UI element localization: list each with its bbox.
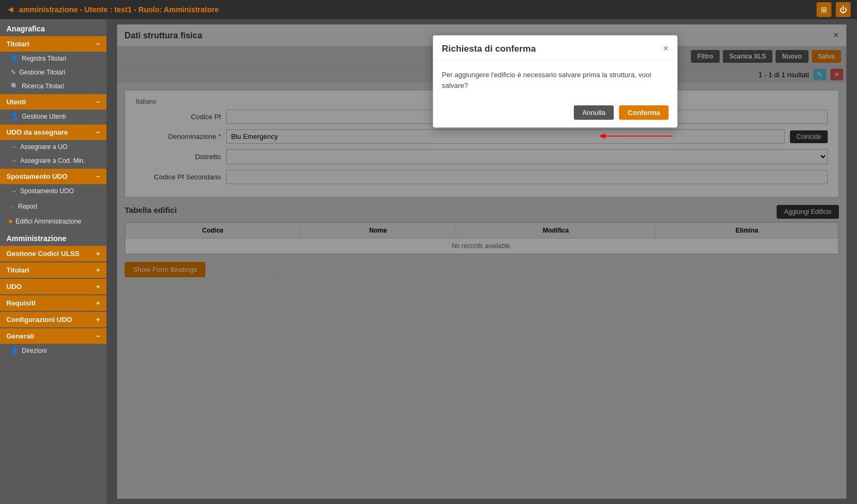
sidebar-group-generali: Generali − 👤 Direzioni: [0, 328, 106, 358]
sidebar-item-label: Registra Titolari: [22, 55, 66, 62]
topbar-icons: ⊞ ⏻: [817, 2, 851, 17]
sidebar-group-label: Titolari: [6, 266, 29, 274]
sidebar-group-titolari2: Titolari +: [0, 262, 106, 278]
confirm-dialog-body: Per aggiungere l'edificio è necessario s…: [433, 60, 677, 100]
sidebar-item-gestione-utenti[interactable]: 👤 Gestione Utenti: [0, 110, 106, 123]
sidebar-item-label: Assegnare a Cod. Min.: [20, 157, 85, 164]
sidebar-group-config-udo: Configurazioni UDO +: [0, 312, 106, 327]
sidebar-item-spostamento-udo[interactable]: → Spostamento UDO: [0, 184, 106, 198]
sidebar-item-gestione-titolari[interactable]: ✎ Gestione Titolari: [0, 65, 106, 79]
confirm-dialog: Richiesta di conferma × Per aggiungere l…: [433, 35, 678, 128]
sidebar-group-header-titolari[interactable]: Titolari −: [0, 36, 106, 52]
topbar: ◄ amministrazione - Utente : test1 - Ruo…: [0, 0, 857, 19]
sidebar-section-amministrazione: Amministrazione: [0, 229, 106, 246]
sidebar-group-header-utenti[interactable]: Utenti −: [0, 94, 106, 110]
sidebar-item-assegnare-cod[interactable]: → Assegnare a Cod. Min.: [0, 154, 106, 168]
person-icon: 👤: [11, 55, 19, 62]
sidebar-group-sign: −: [96, 332, 100, 340]
sidebar-group-label-spostamento: Spostamento UDO: [6, 172, 68, 180]
sidebar-link-label: Report: [18, 203, 37, 210]
sidebar-link-edifici[interactable]: ■ Edifici Amministrazione: [0, 214, 106, 229]
main-content: Dati struttura fisica × Filtro Scarica X…: [106, 19, 857, 504]
sidebar-section-anagrafica: Anagrafica: [0, 19, 106, 36]
sidebar-item-registra-titolari[interactable]: 👤 Registra Titolari: [0, 52, 106, 65]
sidebar-group-header-gestione-codici[interactable]: Gestione Codici ULSS +: [0, 246, 106, 261]
confirm-dialog-header: Richiesta di conferma ×: [433, 36, 677, 60]
person-icon: 👤: [11, 113, 19, 120]
sidebar-group-header-generali[interactable]: Generali −: [0, 328, 106, 344]
sidebar-group-sign: +: [96, 283, 100, 291]
arrow-icon: →: [11, 187, 17, 195]
sidebar-group-spostamento: Spostamento UDO − → Spostamento UDO: [0, 169, 106, 198]
sidebar-group-sign: +: [96, 250, 100, 258]
sidebar-group-utenti: Utenti − 👤 Gestione Utenti: [0, 94, 106, 123]
confirm-dialog-title: Richiesta di conferma: [442, 44, 536, 54]
sidebar-item-direzioni[interactable]: 👤 Direzioni: [0, 344, 106, 358]
arrow-icon: →: [11, 143, 17, 151]
sidebar-group-header-config-udo[interactable]: Configurazioni UDO +: [0, 312, 106, 327]
sidebar-group-label-titolari: Titolari: [6, 40, 29, 48]
sidebar-group-header-spostamento[interactable]: Spostamento UDO −: [0, 169, 106, 184]
confirm-dialog-message: Per aggiungere l'edificio è necessario s…: [442, 71, 651, 89]
sidebar-group-label: Generali: [6, 332, 34, 340]
sidebar-group-header-requisiti[interactable]: Requisiti +: [0, 295, 106, 311]
sidebar-group-sign: +: [96, 316, 100, 324]
sidebar-group-label: Gestione Codici ULSS: [6, 250, 79, 258]
sidebar-group-header-udo2[interactable]: UDO +: [0, 279, 106, 294]
arrow-icon: →: [9, 203, 15, 210]
topbar-power-icon[interactable]: ⏻: [836, 2, 851, 17]
sidebar-group-sign-udo: −: [96, 128, 100, 136]
sidebar-group-header-udo[interactable]: UDO da assegnare −: [0, 125, 106, 140]
annulla-button[interactable]: Annulla: [574, 105, 614, 120]
sidebar-group-label-udo: UDO da assegnare: [6, 128, 68, 136]
sidebar-group-header-titolari2[interactable]: Titolari +: [0, 262, 106, 278]
edit-icon: ✎: [11, 69, 16, 76]
conferma-button[interactable]: Conferma: [619, 105, 669, 120]
sidebar-group-label: Requisiti: [6, 299, 36, 307]
sidebar-link-report[interactable]: → Report: [0, 199, 106, 214]
confirm-dialog-footer: Annulla Conferma: [433, 100, 677, 127]
sidebar-item-label: Gestione Utenti: [22, 113, 66, 120]
sidebar-item-label: Ricerca Titolari: [22, 82, 64, 90]
topbar-title: amministrazione - Utente : test1 - Ruolo…: [19, 5, 219, 14]
sidebar-group-udo-assegnare: UDO da assegnare − → Assegnare a UO → As…: [0, 125, 106, 168]
sidebar-item-label: Direzioni: [22, 347, 47, 354]
sidebar-group-sign: +: [96, 266, 100, 274]
sidebar-group-sign-titolari: −: [96, 40, 100, 48]
sidebar-group-label: Configurazioni UDO: [6, 316, 72, 324]
confirm-dialog-close-button[interactable]: ×: [663, 43, 669, 54]
sidebar-group-label: UDO: [6, 283, 22, 291]
person-icon: 👤: [11, 347, 19, 354]
sidebar: Anagrafica Titolari − 👤 Registra Titolar…: [0, 19, 106, 504]
sidebar-item-assegnare-uo[interactable]: → Assegnare a UO: [0, 140, 106, 154]
sidebar-group-titolari: Titolari − 👤 Registra Titolari ✎ Gestion…: [0, 36, 106, 93]
sidebar-group-sign: +: [96, 299, 100, 307]
sidebar-group-requisiti: Requisiti +: [0, 295, 106, 311]
arrow-icon: →: [11, 157, 17, 164]
sidebar-group-label-utenti: Utenti: [6, 98, 26, 106]
sidebar-item-label: Spostamento UDO: [20, 187, 74, 195]
sidebar-item-label: Assegnare a UO: [20, 143, 68, 151]
sidebar-group-sign-utenti: −: [96, 98, 100, 106]
sidebar-group-udo2: UDO +: [0, 279, 106, 294]
sidebar-link-label: Edifici Amministrazione: [15, 218, 81, 225]
square-icon: ■: [9, 218, 12, 225]
sidebar-group-gestione-codici: Gestione Codici ULSS +: [0, 246, 106, 261]
topbar-left-arrow: ◄: [6, 5, 15, 14]
sidebar-item-ricerca-titolari[interactable]: 🔍 Ricerca Titolari: [0, 79, 106, 93]
search-icon: 🔍: [11, 82, 19, 90]
sidebar-group-sign-spostamento: −: [96, 172, 100, 180]
topbar-grid-icon[interactable]: ⊞: [817, 2, 831, 17]
sidebar-item-label: Gestione Titolari: [19, 69, 65, 76]
